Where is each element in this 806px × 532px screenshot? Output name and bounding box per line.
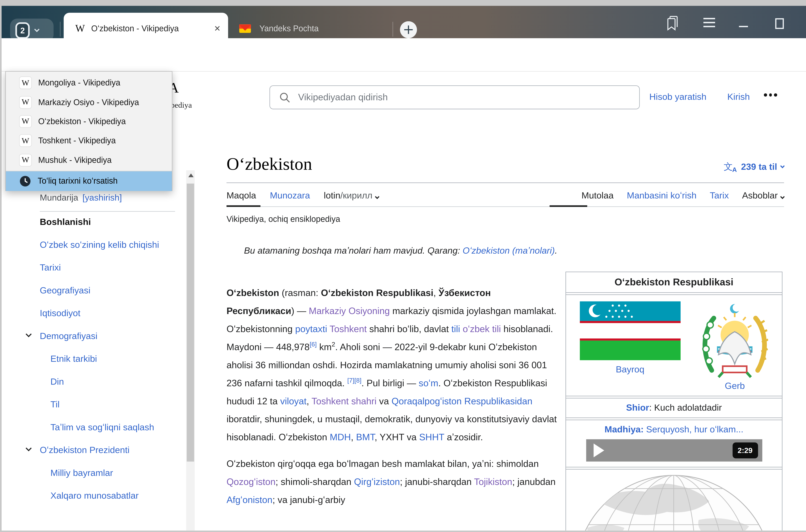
wikipedia-favicon: W xyxy=(20,116,31,127)
toc-item-label: Din xyxy=(51,377,64,387)
tab-maqola[interactable]: Maqola xyxy=(227,190,256,201)
toc-item-link[interactable]: Milliy bayramlar xyxy=(40,467,173,480)
article-link[interactable]: Qoraqalpogʻiston Respublikasidan xyxy=(391,396,533,406)
history-menu-item[interactable]: WOʻzbekiston - Vikipediya xyxy=(6,112,172,131)
history-menu-item[interactable]: WMarkaziy Osiyo - Vikipediya xyxy=(6,93,172,112)
paragraph: Oʻzbekiston (rasman: Oʻzbekiston Respubl… xyxy=(227,284,557,446)
text-run: ; shimoli-sharqdan xyxy=(275,476,354,487)
motto-label-link[interactable]: Shior xyxy=(626,403,649,413)
article-link[interactable]: Toshkent shahri xyxy=(311,396,377,406)
location-globe-image[interactable] xyxy=(566,470,782,530)
article-link[interactable]: [6] xyxy=(310,341,317,348)
tab-manbasini-korish[interactable]: Manbasini koʻrish xyxy=(627,190,696,201)
divider xyxy=(566,292,782,295)
anthem-label-link[interactable]: Madhiya: xyxy=(604,424,644,435)
toc-item-label: Iqtisodiyot xyxy=(40,308,80,318)
toc-item-link[interactable]: Oʻzbek soʻzining kelib chiqishi xyxy=(40,238,173,252)
article-body: Oʻzbekiston (rasman: Oʻzbekiston Respubl… xyxy=(227,284,557,517)
minimize-button[interactable] xyxy=(739,25,748,27)
toc-item-link[interactable]: Taʼlim va sogʻliqni saqlash xyxy=(40,421,173,435)
toc-item-link[interactable]: Tarixi xyxy=(40,261,173,275)
chevron-down-icon[interactable] xyxy=(26,331,32,337)
tab-asboblar[interactable]: Asboblar xyxy=(742,190,784,201)
show-full-history-item[interactable]: Toʻliq tarixni koʻrsatish xyxy=(6,171,172,191)
history-item-label: Toshkent - Vikipediya xyxy=(38,136,116,146)
article-link[interactable]: poytaxti xyxy=(295,324,327,334)
article-link[interactable]: Afgʻoniston xyxy=(227,494,272,505)
history-menu-item[interactable]: WMongoliya - Vikipediya xyxy=(6,73,172,93)
article-link[interactable]: BMT xyxy=(356,432,375,442)
article-link[interactable]: oʻzbek tili xyxy=(463,324,501,334)
emblem-link[interactable]: Gerb xyxy=(725,381,745,392)
toc-item-link[interactable]: Etnik tarkibi xyxy=(40,352,173,366)
toc-item-label: Boshlanishi xyxy=(40,217,91,227)
search-placeholder: Vikipediyadan qidirish xyxy=(298,92,388,103)
maximize-button[interactable] xyxy=(775,18,784,29)
toc-scrollbar-up-arrow[interactable] xyxy=(188,173,193,177)
article-link[interactable]: Qirgʻiziston xyxy=(354,476,400,487)
toc-item-link[interactable]: Geografiyasi xyxy=(40,284,173,298)
anthem-title-link[interactable]: Serquyosh, hur oʻlkam... xyxy=(644,424,744,435)
search-icon xyxy=(280,92,290,103)
toc-scrollbar-thumb[interactable] xyxy=(187,184,194,461)
flag-link[interactable]: Bayroq xyxy=(616,364,644,375)
language-selector[interactable]: 文A 239 ta til xyxy=(724,161,784,173)
article-link[interactable]: MDH xyxy=(330,432,351,442)
active-tab-underline xyxy=(227,205,261,207)
text-run: shahri boʻlib, davlat xyxy=(367,324,452,334)
tab-variant-selector[interactable]: lotin/кирилл xyxy=(324,190,379,201)
chevron-down-icon[interactable] xyxy=(26,445,32,451)
divider xyxy=(227,206,784,207)
history-items: WMongoliya - VikipediyaWMarkaziy Osiyo -… xyxy=(6,72,172,170)
uzbekistan-flag-image[interactable] xyxy=(580,301,680,360)
history-menu-item[interactable]: WMushuk - Vikipediya xyxy=(6,150,172,170)
menu-hamburger-icon[interactable] xyxy=(703,18,715,28)
toc-item-link[interactable]: Demografiyasi xyxy=(40,329,173,343)
tab-mutolaa[interactable]: Mutolaa xyxy=(581,190,614,201)
text-run: Bu atamaning boshqa maʼnolari ham mavjud… xyxy=(244,246,463,256)
toc-item-label: Demografiyasi xyxy=(40,331,97,341)
login-link[interactable]: Kirish xyxy=(727,92,750,102)
tab-bar: 2 W Oʻzbekiston - Vikipediya Yandeks Poc… xyxy=(2,6,806,38)
article-link[interactable]: Toshkent xyxy=(329,324,367,334)
show-full-history-label: Toʻliq tarixni koʻrsatish xyxy=(38,176,118,186)
infobox-title: Oʻzbekiston Respublikasi xyxy=(566,272,782,292)
toc-item-link[interactable]: Xalqaro munosabatlar xyxy=(40,489,173,503)
article-link[interactable]: Markaziy Osiyoning xyxy=(309,306,390,316)
toc-item-heading[interactable]: Boshlanishi xyxy=(40,215,173,229)
article-link[interactable]: SHHT xyxy=(419,432,444,442)
uzbekistan-emblem-image[interactable] xyxy=(702,301,768,380)
text-run: Oʻzbekiston qirgʻoqqa ega boʻlmagan besh… xyxy=(227,458,539,469)
article-link[interactable]: [7][8] xyxy=(347,377,361,384)
wikipedia-favicon: W xyxy=(20,77,31,89)
history-menu-item[interactable]: WToshkent - Vikipediya xyxy=(6,131,172,150)
article-link[interactable]: Tojikiston xyxy=(474,476,512,487)
country-infobox: Oʻzbekiston Respublikasi xyxy=(565,272,783,531)
text-run xyxy=(460,324,463,334)
toc-item-link[interactable]: Til xyxy=(40,398,173,412)
search-input[interactable]: Vikipediyadan qidirish xyxy=(270,86,640,109)
divider xyxy=(60,22,60,37)
play-icon[interactable] xyxy=(593,443,604,457)
side-panel-bookmark-icon[interactable] xyxy=(666,15,679,31)
text-run: va xyxy=(377,396,391,406)
history-dropdown-menu: WMongoliya - VikipediyaWMarkaziy Osiyo -… xyxy=(5,71,172,191)
article-link[interactable]: Oʻzbekiston (maʼnolari) xyxy=(463,246,555,256)
more-options-icon[interactable] xyxy=(764,93,777,96)
audio-player[interactable]: 2:29 xyxy=(586,439,762,461)
tab-tarix[interactable]: Tarix xyxy=(710,190,729,201)
tab-munozara[interactable]: Munozara xyxy=(270,190,310,201)
new-tab-button[interactable] xyxy=(400,21,417,38)
toc-item-label: Oʻzbek soʻzining kelib chiqishi xyxy=(40,240,159,250)
article-link[interactable]: viloyat xyxy=(280,396,306,406)
article-link[interactable]: soʻm xyxy=(419,378,438,388)
toc-item-link[interactable]: Din xyxy=(40,375,173,389)
article-link[interactable]: tili xyxy=(452,324,460,334)
article-link[interactable]: Qozogʻiston xyxy=(227,476,275,487)
anthem-row: Madhiya: Serquyosh, hur oʻlkam... 2:29 xyxy=(566,420,782,467)
create-account-link[interactable]: Hisob yaratish xyxy=(649,92,706,102)
close-tab-icon[interactable] xyxy=(214,24,221,32)
toc-item-link[interactable]: Oʻzbekiston Prezidenti xyxy=(40,443,173,457)
toc-hide-link[interactable]: [yashirish] xyxy=(82,193,122,202)
toc-item-link[interactable]: Iqtisodiyot xyxy=(40,307,173,321)
